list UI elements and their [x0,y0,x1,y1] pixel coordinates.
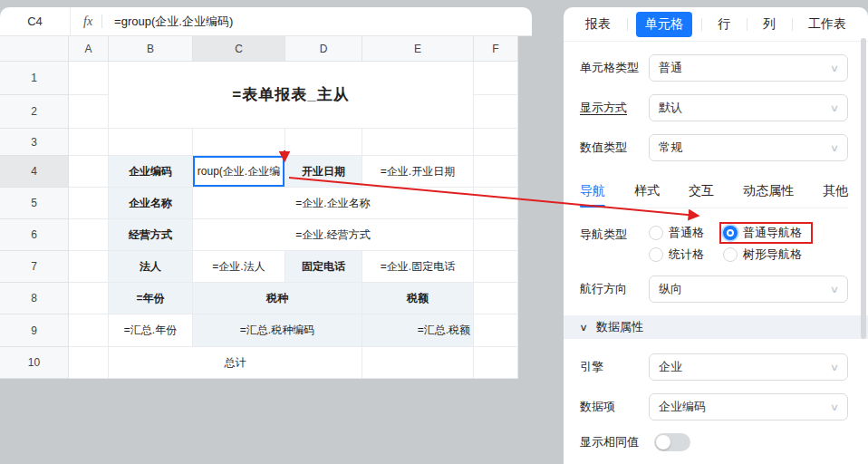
subtab-interaction[interactable]: 交互 [689,179,714,208]
tab-cell[interactable]: 单元格 [636,12,692,37]
data-properties-group: 引擎 企业 ∨ 数据项 企业编码 ∨ 显示相同值 [580,353,848,451]
cell-f7[interactable] [474,251,518,283]
row-header-2[interactable]: 2 [0,95,69,129]
row-header-7[interactable]: 7 [0,251,69,283]
cell-f8[interactable] [474,283,518,314]
cell-f9[interactable] [474,314,518,347]
cell-d4[interactable]: 开业日期 [285,156,362,188]
display-mode-select[interactable]: 默认 ∨ [649,94,848,121]
tab-worksheet[interactable]: 工作表 [801,12,854,37]
value-type-label: 数值类型 [580,140,649,156]
cell-d3[interactable] [285,129,362,156]
cell-f4[interactable] [474,156,518,188]
cell-f2[interactable] [474,95,518,129]
col-header-e[interactable]: E [362,36,474,62]
cell-a3[interactable] [69,129,109,156]
cell-e9[interactable]: =汇总.税额 [362,314,474,347]
row-header-5[interactable]: 5 [0,188,69,219]
cell-f6[interactable] [474,219,518,251]
cell-a6[interactable] [69,219,109,251]
section-data-properties[interactable]: ∨ 数据属性 [564,315,868,339]
radio-icon[interactable] [723,247,738,262]
cell-a8[interactable] [69,283,109,314]
col-header-c[interactable]: C [193,36,285,62]
cell-report-title[interactable]: =表单报表_主从 [109,62,474,129]
cell-c7[interactable]: =企业.法人 [193,251,285,283]
cell-a10[interactable] [69,347,109,379]
cell-a2[interactable] [69,95,109,129]
radio-option-normal-nav-cell[interactable]: 普通导航格 [723,225,802,241]
cell-e8[interactable]: 税额 [362,283,474,314]
cell-b9[interactable]: =汇总.年份 [109,314,193,347]
cell-c3[interactable] [193,129,285,156]
cell-type-select[interactable]: 普通 ∨ [649,54,848,82]
subtab-dynamic-props[interactable]: 动态属性 [743,179,794,208]
chevron-down-icon: ∨ [830,102,839,114]
radio-option-stat-cell[interactable]: 统计格 [649,246,719,263]
nav-direction-select[interactable]: 纵向 ∨ [649,276,848,303]
formula-input[interactable]: =group(企业.企业编码) [114,14,233,30]
cell-e10[interactable] [362,347,474,379]
field-engine: 引擎 企业 ∨ [580,353,848,381]
cell-e7[interactable]: =企业.固定电话 [362,251,474,283]
tab-report[interactable]: 报表 [578,12,618,37]
cell-b10-d10[interactable]: 总计 [109,347,362,379]
display-mode-label: 显示方式 [580,100,649,116]
col-header-b[interactable]: B [109,36,193,62]
cell-a5[interactable] [69,188,109,219]
cell-a9[interactable] [69,314,109,347]
cell-a1[interactable] [69,62,109,95]
row-header-10[interactable]: 10 [0,347,69,379]
show-same-value-toggle[interactable] [654,433,690,451]
col-header-f[interactable]: F [474,36,518,62]
tab-row[interactable]: 行 [710,12,738,37]
radio-label: 普通格 [669,225,704,241]
collapse-chevron-icon[interactable]: ∨ [579,322,588,334]
cell-c6-e6[interactable]: =企业.经营方式 [193,219,474,251]
panel-scrollbar[interactable] [861,38,866,339]
tab-column[interactable]: 列 [756,12,783,37]
cell-f10[interactable] [474,347,518,379]
cell-b7[interactable]: 法人 [109,251,193,283]
cell-e3[interactable] [362,129,474,156]
col-header-a[interactable]: A [69,36,109,62]
row-header-6[interactable]: 6 [0,219,69,251]
col-header-d[interactable]: D [285,36,362,62]
cell-type-value: 普通 [659,60,682,76]
radio-icon[interactable] [649,247,663,262]
cell-b3[interactable] [109,129,193,156]
row-header-1[interactable]: 1 [0,62,69,95]
cell-c4-selected[interactable]: roup(企业.企业编 [193,156,285,188]
cell-a7[interactable] [69,251,109,283]
cell-d7[interactable]: 固定电话 [285,251,362,283]
cell-a4[interactable] [69,156,109,188]
subtab-other[interactable]: 其他 [823,179,848,208]
radio-icon[interactable] [649,226,663,240]
chevron-down-icon: ∨ [830,401,839,413]
value-type-select[interactable]: 常规 ∨ [649,134,848,161]
row-header-9[interactable]: 9 [0,314,69,347]
radio-option-normal-cell[interactable]: 普通格 [649,225,719,241]
radio-selected-icon[interactable] [723,226,738,240]
row-header-4[interactable]: 4 [0,156,69,188]
cell-reference-box[interactable]: C4 [0,7,71,35]
cell-f3[interactable] [474,129,518,156]
cell-f5[interactable] [474,188,518,219]
cell-f1[interactable] [474,62,518,95]
data-item-select[interactable]: 企业编码 ∨ [649,393,848,420]
cell-c9-d9[interactable]: =汇总.税种编码 [193,314,362,347]
subtab-style[interactable]: 样式 [634,179,660,208]
engine-select[interactable]: 企业 ∨ [649,353,848,381]
cell-c8-d8[interactable]: 税种 [193,283,362,314]
row-header-8[interactable]: 8 [0,283,69,314]
cell-e4[interactable]: =企业.开业日期 [362,156,474,188]
subtab-navigation[interactable]: 导航 [580,179,605,208]
cell-b5[interactable]: 企业名称 [109,188,193,219]
cell-c5-e5[interactable]: =企业.企业名称 [193,188,474,219]
cell-b8[interactable]: =年份 [109,283,193,314]
radio-option-tree-nav-cell[interactable]: 树形导航格 [723,246,813,263]
cell-b6[interactable]: 经营方式 [109,219,193,251]
cell-b4[interactable]: 企业编码 [109,156,193,188]
grid-corner[interactable] [0,36,69,62]
row-header-3[interactable]: 3 [0,129,69,156]
